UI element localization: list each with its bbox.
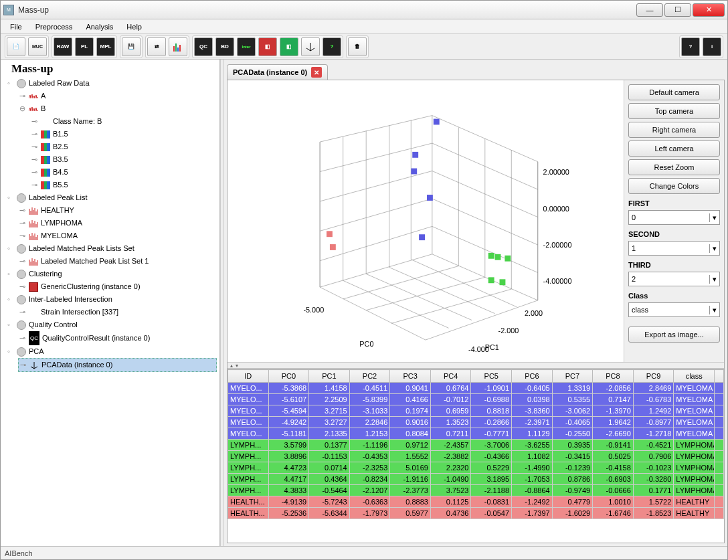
table-row[interactable]: HEALTH...-5.2536-5.6344-1.79730.59770.47…: [228, 508, 724, 519]
help-green-icon[interactable]: ?: [323, 37, 341, 56]
col-header[interactable]: PC4: [430, 370, 471, 383]
data-table-container[interactable]: IDPC0PC1PC2PC3PC4PC5PC6PC7PC8PC9classMYE…: [227, 369, 724, 543]
third-select[interactable]: 2▾: [628, 272, 720, 286]
trash-icon[interactable]: 🗑: [348, 37, 367, 56]
col-header[interactable]: PC5: [471, 370, 512, 383]
svg-rect-68: [412, 152, 418, 158]
tree-node[interactable]: ◦Labeled Matched Peak Lists Set: [6, 242, 217, 255]
tree-node[interactable]: ◦Labeled Raw Data: [6, 77, 217, 90]
default-camera-button[interactable]: Default camera: [628, 84, 720, 100]
close-button[interactable]: ✕: [693, 3, 725, 17]
inter-icon[interactable]: Inter: [237, 37, 256, 56]
table-row[interactable]: LYMPH...4.47170.4364-0.8234-1.9116-1.049…: [228, 474, 724, 485]
col-header[interactable]: PC1: [309, 370, 350, 383]
tree-node[interactable]: ⊸Labeled Matched Peak List Set 1: [18, 255, 217, 268]
right-camera-button[interactable]: Right camera: [628, 122, 720, 138]
raw-button[interactable]: RAW: [54, 37, 72, 56]
info-icon[interactable]: i: [703, 37, 721, 56]
tree-node[interactable]: ◦PCA: [6, 345, 217, 358]
col-header[interactable]: PC8: [593, 370, 634, 383]
svg-line-63: [366, 277, 485, 310]
svg-line-39: [320, 254, 432, 287]
table-row[interactable]: LYMPH...3.57990.1377-1.11960.9712-2.4357…: [228, 440, 724, 451]
top-camera-button[interactable]: Top camera: [628, 103, 720, 119]
export-image-button[interactable]: Export as image...: [628, 326, 720, 343]
col-header[interactable]: PC3: [390, 370, 431, 383]
class-select[interactable]: class▾: [628, 302, 720, 317]
data-table[interactable]: IDPC0PC1PC2PC3PC4PC5PC6PC7PC8PC9classMYE…: [227, 369, 724, 519]
col-header[interactable]: ID: [228, 370, 269, 383]
sidebar-tree[interactable]: Mass-up ◦Labeled Raw Data⊸A⊖B⊸Class Name…: [1, 60, 220, 546]
qc-button[interactable]: QC: [194, 37, 213, 56]
table-row[interactable]: MYELO...-5.61072.2509-5.83990.4166-0.701…: [228, 394, 724, 405]
minimize-button[interactable]: —: [636, 3, 663, 17]
tree-node[interactable]: ⊸PCAData (instance 0): [18, 358, 217, 372]
muc-icon[interactable]: MUC: [28, 37, 47, 56]
tree-node[interactable]: ⊸B5.5: [30, 179, 217, 191]
ztick-0: 2.00000: [543, 168, 569, 176]
tree-node[interactable]: ⊸QCQualityControlResult (instance 0): [18, 331, 217, 345]
chart-icon[interactable]: [169, 37, 187, 56]
new-doc-icon[interactable]: 📄: [7, 37, 25, 56]
tree-node[interactable]: ⊸Strain Intersection [337]: [18, 306, 217, 318]
change-colors-button[interactable]: Change Colors: [628, 178, 720, 194]
menu-help[interactable]: Help: [121, 21, 147, 32]
tree-node[interactable]: ◦Labeled Peak List: [6, 191, 217, 204]
svg-rect-74: [505, 256, 511, 262]
left-camera-button[interactable]: Left camera: [628, 141, 720, 157]
cluster-green-icon[interactable]: ◧: [280, 37, 298, 56]
panel-toggle[interactable]: ▴▾: [227, 362, 724, 369]
tree-node[interactable]: ⊸MYELOMA: [18, 229, 217, 242]
tree-node[interactable]: ⊸A: [18, 90, 217, 102]
tree-node[interactable]: ⊸LYMPHOMA: [18, 217, 217, 229]
scatter-points: [327, 119, 511, 286]
col-header[interactable]: PC2: [349, 370, 390, 383]
save-icon[interactable]: 💾: [122, 37, 141, 56]
pl-button[interactable]: PL: [75, 37, 94, 56]
table-row[interactable]: MYELO...-4.92423.27272.28460.90161.3523-…: [228, 417, 724, 428]
first-select[interactable]: 0▾: [628, 210, 720, 225]
col-header[interactable]: class: [674, 370, 715, 383]
transfer-icon[interactable]: ⇄: [147, 37, 166, 56]
help-icon[interactable]: ?: [681, 37, 700, 56]
mpl-button[interactable]: MPL: [96, 37, 115, 56]
tree-node[interactable]: ◦Clustering: [6, 268, 217, 280]
menu-analysis[interactable]: Analysis: [80, 21, 118, 32]
menu-preprocess[interactable]: Preprocess: [30, 21, 78, 32]
tree-node[interactable]: ⊸HEALTHY: [18, 204, 217, 217]
tree-node[interactable]: ⊸B2.5: [30, 141, 217, 153]
reset-zoom-button[interactable]: Reset Zoom: [628, 159, 720, 175]
col-header[interactable]: PC7: [552, 370, 593, 383]
pca-3d-plot[interactable]: PC0 PC1 -5.000 2.000 -2.000 -4.000 2.000…: [227, 80, 624, 362]
tree-node[interactable]: ⊸B4.5: [30, 166, 217, 179]
col-header[interactable]: PC0: [268, 370, 309, 383]
table-row[interactable]: MYELO...-5.45943.2715-3.10330.19740.6959…: [228, 405, 724, 417]
svg-line-59: [366, 274, 472, 320]
tree-node[interactable]: ⊸B3.5: [30, 153, 217, 166]
maximize-button[interactable]: ☐: [664, 3, 691, 17]
svg-line-46: [320, 226, 432, 260]
col-header[interactable]: PC6: [512, 370, 553, 383]
table-row[interactable]: LYMPH...4.47230.0714-2.32535.01692.23200…: [228, 462, 724, 474]
table-row[interactable]: HEALTH...-4.9139-5.7243-0.63630.88830.11…: [228, 496, 724, 508]
table-row[interactable]: LYMPH...4.3833-0.5464-2.1207-2.37733.752…: [228, 485, 724, 496]
pca-tool-icon[interactable]: [301, 37, 320, 56]
tree-node[interactable]: ⊸Class Name: B: [30, 115, 217, 128]
tree-node[interactable]: ⊸B1.5: [30, 128, 217, 141]
tree-node[interactable]: ⊖B: [18, 102, 217, 115]
tab-pcadata[interactable]: PCAData (instance 0) ✕: [227, 64, 328, 80]
tab-close-icon[interactable]: ✕: [311, 67, 322, 78]
third-label: THIRD: [628, 261, 720, 269]
table-row[interactable]: MYELO...-5.38681.4158-0.45110.90410.6764…: [228, 383, 724, 394]
tree-node[interactable]: ◦Quality Control: [6, 318, 217, 331]
col-header[interactable]: PC9: [633, 370, 674, 383]
second-select[interactable]: 1▾: [628, 241, 720, 256]
menu-file[interactable]: File: [5, 21, 27, 32]
tree-node[interactable]: ⊸GenericClustering (instance 0): [18, 280, 217, 293]
bd-button[interactable]: BD: [215, 37, 234, 56]
table-row[interactable]: MYELO...-5.11812.13351.21530.80840.7211-…: [228, 428, 724, 440]
table-row[interactable]: LYMPH...3.8896-0.1153-0.43531.5552-2.388…: [228, 451, 724, 462]
cluster-red-icon[interactable]: ◧: [258, 37, 277, 56]
ztick-2: -2.00000: [543, 241, 572, 249]
tree-node[interactable]: ◦Inter-Labeled Intersection: [6, 293, 217, 306]
